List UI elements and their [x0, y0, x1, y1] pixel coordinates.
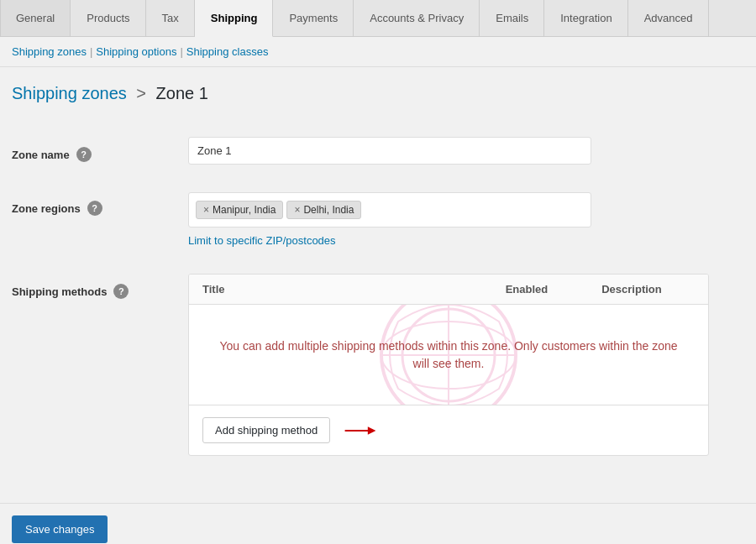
save-changes-button[interactable]: Save changes — [12, 515, 108, 543]
shipping-methods-row: Shipping methods ? Title Enabled Descrip… — [12, 260, 744, 469]
shipping-methods-header: Title Enabled Description — [189, 275, 708, 305]
tab-tax[interactable]: Tax — [146, 0, 195, 36]
empty-state-text: You can add multiple shipping methods wi… — [189, 317, 708, 393]
zone-name-help-icon[interactable]: ? — [76, 147, 92, 162]
col-title: Title — [202, 283, 485, 296]
save-section: Save changes — [0, 503, 756, 544]
sub-nav: Shipping zones | Shipping options | Ship… — [0, 37, 756, 67]
col-description: Description — [569, 283, 695, 296]
breadcrumb-current: Zone 1 — [156, 84, 208, 102]
tab-integration[interactable]: Integration — [544, 0, 627, 36]
tab-advanced[interactable]: Advanced — [628, 0, 709, 36]
add-method-area: Add shipping method — [189, 405, 708, 455]
tab-bar: General Products Tax Shipping Payments A… — [0, 0, 756, 37]
shipping-methods-field-cell: Title Enabled Description — [180, 260, 744, 469]
shipping-methods-empty-state: You can add multiple shipping methods wi… — [189, 305, 708, 405]
tab-accounts-privacy[interactable]: Accounts & Privacy — [354, 0, 480, 36]
tag-delhi-india: × Delhi, India — [286, 201, 361, 219]
breadcrumb: Shipping zones > Zone 1 — [12, 84, 744, 103]
zone-regions-label-cell: Zone regions ? — [12, 179, 180, 260]
tag-manipur-india: × Manipur, India — [196, 201, 283, 219]
zone-regions-help-icon[interactable]: ? — [87, 201, 102, 216]
tab-payments[interactable]: Payments — [273, 0, 354, 36]
zone-regions-tags-area[interactable]: × Manipur, India × Delhi, India — [188, 192, 591, 228]
shipping-methods-label-cell: Shipping methods ? — [12, 260, 180, 469]
nav-tabs: General Products Tax Shipping Payments A… — [0, 0, 756, 37]
subnav-shipping-zones[interactable]: Shipping zones — [12, 45, 87, 58]
svg-marker-6 — [368, 426, 376, 435]
col-enabled: Enabled — [485, 283, 569, 296]
shipping-methods-label: Shipping methods — [12, 285, 107, 298]
settings-form: Zone name ? Zone regions ? — [12, 123, 744, 469]
zone-name-row: Zone name ? — [12, 123, 744, 179]
zone-regions-field-cell: × Manipur, India × Delhi, India Limit to… — [180, 179, 744, 260]
breadcrumb-separator: > — [136, 84, 146, 102]
zone-regions-label: Zone regions — [12, 202, 81, 215]
zone-regions-column: × Manipur, India × Delhi, India Limit to… — [188, 192, 736, 247]
add-shipping-method-button[interactable]: Add shipping method — [202, 417, 330, 443]
main-content: Shipping zones > Zone 1 Zone name ? — [0, 67, 756, 486]
subnav-shipping-classes[interactable]: Shipping classes — [186, 45, 269, 58]
subnav-separator-2: | — [180, 45, 182, 58]
tag-delhi-remove[interactable]: × — [294, 204, 300, 216]
zone-regions-label-wrapper: Zone regions ? — [12, 199, 171, 216]
shipping-methods-label-wrapper: Shipping methods ? — [12, 280, 171, 299]
tab-products[interactable]: Products — [71, 0, 145, 36]
tab-general[interactable]: General — [0, 0, 71, 36]
zone-regions-row: Zone regions ? × Manipur, India × — [12, 179, 744, 260]
arrow-right-icon — [344, 422, 377, 439]
zone-name-label-cell: Zone name ? — [12, 123, 180, 179]
shipping-methods-help-icon[interactable]: ? — [113, 284, 129, 299]
subnav-separator-1: | — [90, 45, 92, 58]
zone-name-label: Zone name — [12, 149, 70, 161]
subnav-shipping-options[interactable]: Shipping options — [96, 45, 176, 58]
tab-shipping[interactable]: Shipping — [195, 0, 274, 37]
zone-name-field-cell — [180, 123, 744, 179]
tag-manipur-label: Manipur, India — [213, 204, 276, 216]
limit-zip-link[interactable]: Limit to specific ZIP/postcodes — [188, 234, 736, 247]
zone-name-input[interactable] — [188, 137, 591, 165]
breadcrumb-parent-link[interactable]: Shipping zones — [12, 84, 127, 102]
zone-name-label-wrapper: Zone name ? — [12, 144, 171, 162]
tag-manipur-remove[interactable]: × — [203, 204, 209, 216]
tag-delhi-label: Delhi, India — [303, 204, 354, 216]
shipping-methods-table: Title Enabled Description — [188, 274, 709, 456]
tab-emails[interactable]: Emails — [480, 0, 544, 36]
